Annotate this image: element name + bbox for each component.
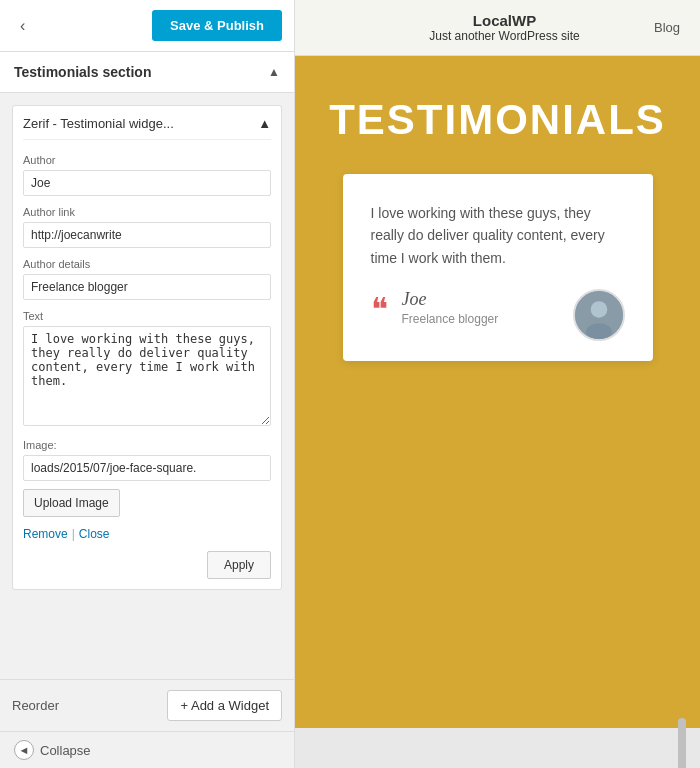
site-title-block: LocalWP Just another WordPress site <box>355 12 654 43</box>
bottom-strip <box>295 728 700 768</box>
widget-links: Remove | Close <box>23 527 271 541</box>
svg-point-2 <box>586 323 612 340</box>
widget-expand-arrow: ▲ <box>258 116 271 131</box>
link-separator: | <box>72 527 75 541</box>
customizer-panel: ‹ Save & Publish Testimonials section ▲ … <box>0 0 295 768</box>
collapse-label: Collapse <box>40 743 91 758</box>
author-detail: Freelance blogger <box>402 312 559 326</box>
text-textarea[interactable]: I love working with these guys, they rea… <box>23 326 271 426</box>
scroll-indicator[interactable] <box>678 718 686 768</box>
close-link[interactable]: Close <box>79 527 110 541</box>
author-name: Joe <box>402 289 559 310</box>
quote-icon: ❝ <box>371 293 388 325</box>
collapse-bar[interactable]: ◄ Collapse <box>0 731 294 768</box>
author-details-input[interactable] <box>23 274 271 300</box>
collapse-icon[interactable]: ◄ <box>14 740 34 760</box>
image-field-row <box>23 455 271 481</box>
author-details-field-group: Author details <box>23 258 271 300</box>
panel-footer: Reorder + Add a Widget <box>0 679 294 731</box>
reorder-button[interactable]: Reorder <box>12 698 59 713</box>
panel-content: Zerif - Testimonial widge... ▲ Author Au… <box>0 93 294 679</box>
section-header[interactable]: Testimonials section ▲ <box>0 52 294 93</box>
widget-header[interactable]: Zerif - Testimonial widge... ▲ <box>23 116 271 140</box>
author-link-label: Author link <box>23 206 271 218</box>
site-header: LocalWP Just another WordPress site Blog <box>295 0 700 56</box>
image-path-input[interactable] <box>23 455 271 481</box>
author-field-group: Author <box>23 154 271 196</box>
author-link-field-group: Author link <box>23 206 271 248</box>
widget-title: Zerif - Testimonial widge... <box>23 116 174 131</box>
text-label: Text <box>23 310 271 322</box>
remove-link[interactable]: Remove <box>23 527 68 541</box>
preview-panel: LocalWP Just another WordPress site Blog… <box>295 0 700 768</box>
blog-nav-link[interactable]: Blog <box>654 20 680 35</box>
upload-image-button[interactable]: Upload Image <box>23 489 120 517</box>
apply-button[interactable]: Apply <box>207 551 271 579</box>
testimonials-section: TESTIMONIALS I love working with these g… <box>295 56 700 728</box>
testimonial-card: I love working with these guys, they rea… <box>343 174 653 361</box>
svg-point-1 <box>590 301 607 318</box>
back-button[interactable]: ‹ <box>12 13 33 39</box>
author-link-input[interactable] <box>23 222 271 248</box>
add-widget-button[interactable]: + Add a Widget <box>167 690 282 721</box>
widget-box: Zerif - Testimonial widge... ▲ Author Au… <box>12 105 282 590</box>
testimonial-text: I love working with these guys, they rea… <box>371 202 625 269</box>
section-collapse-arrow: ▲ <box>268 65 280 79</box>
testimonials-title: TESTIMONIALS <box>329 96 666 144</box>
text-field-group: Text I love working with these guys, the… <box>23 310 271 429</box>
avatar-image <box>575 289 623 341</box>
author-input[interactable] <box>23 170 271 196</box>
author-avatar <box>573 289 625 341</box>
author-details-label: Author details <box>23 258 271 270</box>
top-bar: ‹ Save & Publish <box>0 0 294 52</box>
save-publish-button[interactable]: Save & Publish <box>152 10 282 41</box>
image-label: Image: <box>23 439 271 451</box>
site-name: LocalWP <box>355 12 654 29</box>
widget-actions: Remove | Close Apply <box>23 527 271 579</box>
site-tagline: Just another WordPress site <box>355 29 654 43</box>
collapse-arrow-icon: ◄ <box>19 744 30 756</box>
author-label: Author <box>23 154 271 166</box>
author-info: Joe Freelance blogger <box>402 289 559 326</box>
testimonial-footer: ❝ Joe Freelance blogger <box>371 289 625 341</box>
image-field-group: Image: Upload Image <box>23 439 271 517</box>
section-title: Testimonials section <box>14 64 151 80</box>
